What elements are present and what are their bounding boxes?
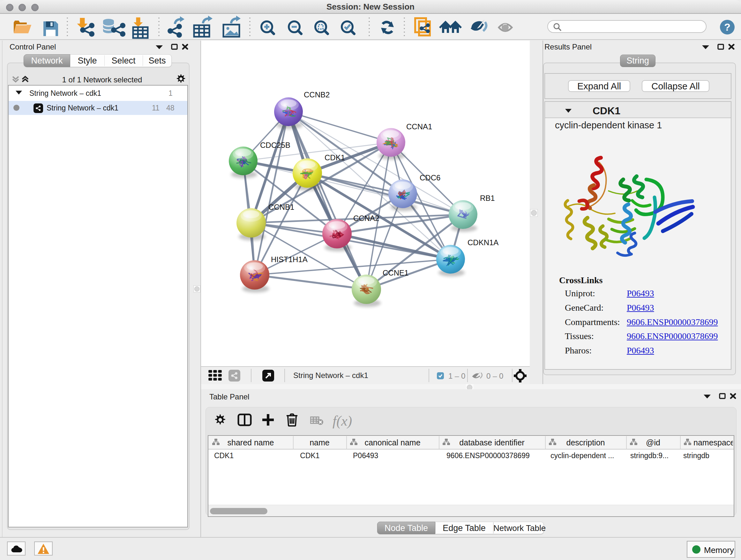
svg-text:CDKN1A: CDKN1A xyxy=(468,238,498,247)
svg-text:CDK1: CDK1 xyxy=(325,153,345,162)
svg-text:CCNE1: CCNE1 xyxy=(383,268,408,277)
svg-text:CCNB1: CCNB1 xyxy=(268,203,294,211)
svg-text:CCNA2: CCNA2 xyxy=(353,214,379,223)
svg-text:CCNA1: CCNA1 xyxy=(406,122,432,131)
svg-text:CCNB2: CCNB2 xyxy=(304,90,330,99)
svg-text:RB1: RB1 xyxy=(480,194,495,202)
svg-text:CDC6: CDC6 xyxy=(420,173,441,182)
svg-text:CDC25B: CDC25B xyxy=(260,141,290,149)
svg-text:HIST1H1A: HIST1H1A xyxy=(271,255,308,264)
